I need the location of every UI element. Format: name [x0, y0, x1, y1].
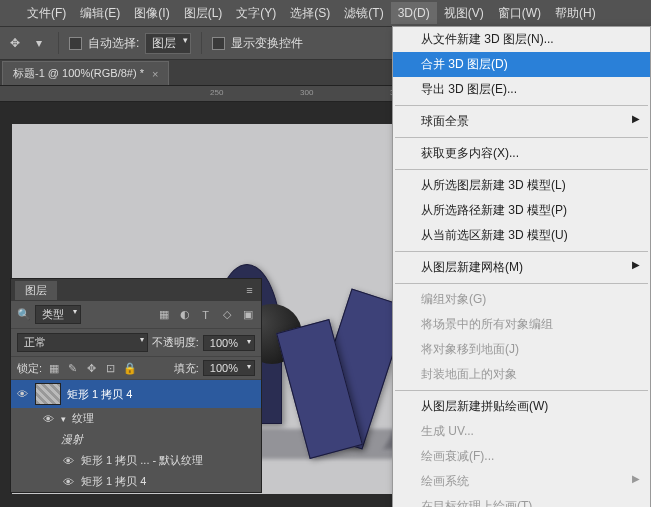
- ruler-tick: 300: [300, 88, 313, 97]
- filter-adjust-icon[interactable]: ◐: [177, 307, 192, 322]
- auto-select-target-dropdown[interactable]: 图层: [145, 33, 191, 54]
- menu-item[interactable]: 球面全景▶: [393, 109, 650, 134]
- filter-shape-icon[interactable]: ◇: [219, 307, 234, 322]
- submenu-arrow-icon: ▶: [632, 473, 640, 484]
- menu-item: 封装地面上的对象: [393, 362, 650, 387]
- lock-icon[interactable]: 🔒: [122, 361, 137, 376]
- lock-all-icon[interactable]: ▦: [46, 361, 61, 376]
- menu-文字[interactable]: 文字(Y): [229, 1, 283, 26]
- layer-row[interactable]: 漫射: [11, 429, 261, 450]
- filter-kind-dropdown[interactable]: 类型: [35, 305, 81, 324]
- filter-smart-icon[interactable]: ▣: [240, 307, 255, 322]
- lock-pos-icon[interactable]: ✥: [84, 361, 99, 376]
- auto-select-checkbox[interactable]: [69, 37, 82, 50]
- menu-item: 在目标纹理上绘画(T): [393, 494, 650, 507]
- preset-dropdown-icon[interactable]: ▾: [30, 34, 48, 52]
- twirl-icon[interactable]: ▾: [61, 414, 66, 424]
- layers-lock-row: 锁定: ▦ ✎ ✥ ⊡ 🔒 填充: 100%: [11, 357, 261, 380]
- visibility-eye-icon[interactable]: 👁: [61, 454, 75, 468]
- layer-name[interactable]: 矩形 1 拷贝 ... - 默认纹理: [81, 453, 203, 468]
- visibility-eye-icon[interactable]: 👁: [61, 475, 75, 489]
- layer-name[interactable]: 矩形 1 拷贝 4: [67, 387, 132, 402]
- filter-icons: ▦ ◐ T ◇ ▣: [156, 307, 255, 322]
- separator: [58, 32, 59, 54]
- lock-paint-icon[interactable]: ✎: [65, 361, 80, 376]
- layer-name[interactable]: 纹理: [72, 411, 94, 426]
- move-tool-icon[interactable]: ✥: [6, 34, 24, 52]
- filter-text-icon[interactable]: T: [198, 307, 213, 322]
- menu-滤镜[interactable]: 滤镜(T): [337, 1, 390, 26]
- menu-item[interactable]: 获取更多内容(X)...: [393, 141, 650, 166]
- menu-item: 绘画系统▶: [393, 469, 650, 494]
- opacity-value-dropdown[interactable]: 100%: [203, 335, 255, 351]
- fill-label: 填充:: [174, 361, 199, 376]
- layers-list: 👁矩形 1 拷贝 4👁▾纹理漫射👁矩形 1 拷贝 ... - 默认纹理👁矩形 1…: [11, 380, 261, 492]
- menubar: 文件(F)编辑(E)图像(I)图层(L)文字(Y)选择(S)滤镜(T)3D(D)…: [0, 0, 651, 26]
- opacity-label: 不透明度:: [152, 335, 199, 350]
- menu-item: 将对象移到地面(J): [393, 337, 650, 362]
- layer-row[interactable]: 👁矩形 1 拷贝 4: [11, 380, 261, 408]
- menu-帮助[interactable]: 帮助(H): [548, 1, 603, 26]
- menu-item[interactable]: 合并 3D 图层(D): [393, 52, 650, 77]
- menu-item: 将场景中的所有对象编组: [393, 312, 650, 337]
- menu-item[interactable]: 导出 3D 图层(E)...: [393, 77, 650, 102]
- visibility-eye-icon[interactable]: [41, 433, 55, 447]
- layer-name[interactable]: 漫射: [61, 432, 83, 447]
- document-tab-title: 标题-1 @ 100%(RGB/8#) *: [13, 66, 144, 81]
- layers-panel: 图层 ≡ 🔍 类型 ▦ ◐ T ◇ ▣ 正常 不透明度: 100% 锁定: ▦ …: [10, 278, 262, 493]
- layer-thumbnail[interactable]: [35, 383, 61, 405]
- menu-窗口[interactable]: 窗口(W): [491, 1, 548, 26]
- menu-选择[interactable]: 选择(S): [283, 1, 337, 26]
- menu-3d[interactable]: 3D(D): [391, 2, 437, 24]
- layers-blend-row: 正常 不透明度: 100%: [11, 329, 261, 357]
- layer-row[interactable]: 👁▾纹理: [11, 408, 261, 429]
- layers-filter-row: 🔍 类型 ▦ ◐ T ◇ ▣: [11, 301, 261, 329]
- filter-pixel-icon[interactable]: ▦: [156, 307, 171, 322]
- close-icon[interactable]: ×: [152, 68, 158, 80]
- submenu-arrow-icon: ▶: [632, 113, 640, 124]
- menu-3d-popup: 从文件新建 3D 图层(N)...合并 3D 图层(D)导出 3D 图层(E).…: [392, 26, 651, 507]
- visibility-eye-icon[interactable]: 👁: [15, 387, 29, 401]
- blend-mode-dropdown[interactable]: 正常: [17, 333, 148, 352]
- layers-panel-tabbar: 图层 ≡: [11, 279, 261, 301]
- menu-item[interactable]: 从所选图层新建 3D 模型(L): [393, 173, 650, 198]
- layer-row[interactable]: 👁矩形 1 拷贝 ... - 默认纹理: [11, 450, 261, 471]
- menu-item[interactable]: 从所选路径新建 3D 模型(P): [393, 198, 650, 223]
- separator: [201, 32, 202, 54]
- fill-value-dropdown[interactable]: 100%: [203, 360, 255, 376]
- menu-item[interactable]: 从图层新建拼贴绘画(W): [393, 394, 650, 419]
- submenu-arrow-icon: ▶: [632, 259, 640, 270]
- document-tab[interactable]: 标题-1 @ 100%(RGB/8#) * ×: [2, 61, 169, 85]
- lock-label: 锁定:: [17, 361, 42, 376]
- menu-item: 绘画衰减(F)...: [393, 444, 650, 469]
- menu-item: 生成 UV...: [393, 419, 650, 444]
- menu-item[interactable]: 从图层新建网格(M)▶: [393, 255, 650, 280]
- show-transform-checkbox[interactable]: [212, 37, 225, 50]
- menu-文件[interactable]: 文件(F): [20, 1, 73, 26]
- menu-编辑[interactable]: 编辑(E): [73, 1, 127, 26]
- lock-nest-icon[interactable]: ⊡: [103, 361, 118, 376]
- layers-panel-tab[interactable]: 图层: [15, 281, 57, 300]
- menu-图像[interactable]: 图像(I): [127, 1, 176, 26]
- menu-item[interactable]: 从当前选区新建 3D 模型(U): [393, 223, 650, 248]
- show-transform-label: 显示变换控件: [231, 35, 303, 52]
- ruler-tick: 250: [210, 88, 223, 97]
- layer-name[interactable]: 矩形 1 拷贝 4: [81, 474, 146, 489]
- menu-item[interactable]: 从文件新建 3D 图层(N)...: [393, 27, 650, 52]
- menu-item: 编组对象(G): [393, 287, 650, 312]
- visibility-eye-icon[interactable]: 👁: [41, 412, 55, 426]
- menu-视图[interactable]: 视图(V): [437, 1, 491, 26]
- menu-图层[interactable]: 图层(L): [177, 1, 230, 26]
- auto-select-label: 自动选择:: [88, 35, 139, 52]
- layer-row[interactable]: 👁矩形 1 拷贝 4: [11, 471, 261, 492]
- panel-menu-icon[interactable]: ≡: [242, 283, 257, 298]
